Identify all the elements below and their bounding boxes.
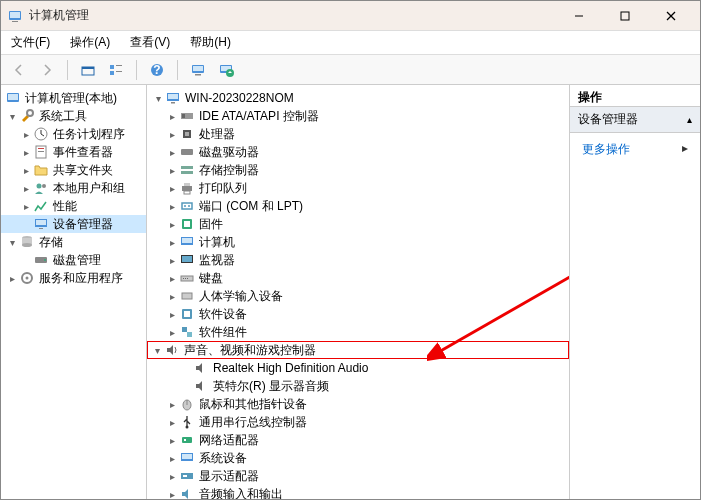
dev-software-devices[interactable]: ▸软件设备 [147, 305, 569, 323]
dev-diskdrive[interactable]: ▸磁盘驱动器 [147, 143, 569, 161]
chevron-right-icon[interactable]: ▸ [165, 181, 179, 195]
dev-cpu[interactable]: ▸处理器 [147, 125, 569, 143]
tree-label: 任务计划程序 [53, 126, 125, 143]
disk-icon [179, 144, 195, 160]
tree-performance[interactable]: ▸性能 [1, 197, 146, 215]
chevron-right-icon[interactable]: ▸ [165, 253, 179, 267]
dev-hid[interactable]: ▸人体学输入设备 [147, 287, 569, 305]
tree-task-scheduler[interactable]: ▸任务计划程序 [1, 125, 146, 143]
dev-audio-io[interactable]: ▸音频输入和输出 [147, 485, 569, 499]
dev-label: 系统设备 [199, 450, 247, 467]
chevron-down-icon[interactable]: ▾ [150, 343, 164, 357]
chevron-right-icon[interactable]: ▸ [165, 289, 179, 303]
dev-keyboard[interactable]: ▸键盘 [147, 269, 569, 287]
dev-root[interactable]: ▾WIN-20230228NOM [147, 89, 569, 107]
chevron-right-icon[interactable]: ▸ [165, 469, 179, 483]
refresh-button[interactable] [214, 58, 238, 82]
tree-shared-folders[interactable]: ▸共享文件夹 [1, 161, 146, 179]
dev-printqueue[interactable]: ▸打印队列 [147, 179, 569, 197]
chevron-right-icon[interactable]: ▸ [165, 163, 179, 177]
chevron-right-icon[interactable]: ▸ [165, 397, 179, 411]
chevron-down-icon[interactable]: ▾ [151, 91, 165, 105]
ide-icon [179, 108, 195, 124]
menu-help[interactable]: 帮助(H) [186, 32, 235, 53]
dev-storagectrl[interactable]: ▸存储控制器 [147, 161, 569, 179]
chevron-right-icon[interactable]: ▸ [19, 181, 33, 195]
dev-display-adapters[interactable]: ▸显示适配器 [147, 467, 569, 485]
audio-io-icon [179, 486, 195, 499]
dev-firmware[interactable]: ▸固件 [147, 215, 569, 233]
chevron-down-icon[interactable]: ▾ [5, 109, 19, 123]
dev-network[interactable]: ▸网络适配器 [147, 431, 569, 449]
chevron-right-icon[interactable]: ▸ [165, 109, 179, 123]
clock-icon [33, 126, 49, 142]
up-button[interactable] [76, 58, 100, 82]
chevron-right-icon[interactable]: ▸ [19, 199, 33, 213]
chevron-right-icon[interactable]: ▸ [165, 325, 179, 339]
chevron-right-icon[interactable]: ▸ [165, 433, 179, 447]
chevron-right-icon[interactable]: ▸ [165, 127, 179, 141]
svg-point-54 [184, 205, 186, 207]
chevron-right-icon[interactable]: ▸ [165, 487, 179, 499]
tree-services-apps[interactable]: ▸ 服务和应用程序 [1, 269, 146, 287]
chevron-down-icon[interactable]: ▾ [5, 235, 19, 249]
chevron-right-icon[interactable]: ▸ [165, 235, 179, 249]
minimize-button[interactable] [556, 2, 602, 30]
view-button[interactable] [104, 58, 128, 82]
tree-label: 共享文件夹 [53, 162, 113, 179]
dev-usb[interactable]: ▸通用串行总线控制器 [147, 413, 569, 431]
tree-system-tools[interactable]: ▾ 系统工具 [1, 107, 146, 125]
forward-button [35, 58, 59, 82]
svg-rect-22 [8, 94, 18, 100]
tree-local-users[interactable]: ▸本地用户和组 [1, 179, 146, 197]
tree-label: 计算机管理(本地) [25, 90, 117, 107]
event-icon [33, 144, 49, 160]
menu-file[interactable]: 文件(F) [7, 32, 54, 53]
chevron-right-icon[interactable]: ▸ [165, 307, 179, 321]
chevron-right-icon[interactable]: ▸ [19, 163, 33, 177]
chevron-right-icon[interactable]: ▸ [165, 415, 179, 429]
collapse-icon[interactable]: ▴ [687, 114, 692, 125]
svg-rect-65 [187, 278, 188, 279]
chevron-right-icon[interactable]: ▸ [5, 271, 19, 285]
left-tree-panel[interactable]: 计算机管理(本地) ▾ 系统工具 ▸任务计划程序 ▸事件查看器 ▸共享文件夹 ▸… [1, 85, 147, 499]
dev-system-devices[interactable]: ▸系统设备 [147, 449, 569, 467]
dev-mouse[interactable]: ▸鼠标和其他指针设备 [147, 395, 569, 413]
svg-rect-26 [38, 148, 44, 149]
chevron-right-icon[interactable]: ▸ [165, 217, 179, 231]
svg-rect-8 [82, 67, 94, 69]
maximize-button[interactable] [602, 2, 648, 30]
dev-ide[interactable]: ▸IDE ATA/ATAPI 控制器 [147, 107, 569, 125]
computer-icon-button[interactable] [186, 58, 210, 82]
svg-rect-64 [185, 278, 186, 279]
dev-computer[interactable]: ▸计算机 [147, 233, 569, 251]
chevron-right-icon[interactable]: ▸ [19, 127, 33, 141]
dev-monitor[interactable]: ▸监视器 [147, 251, 569, 269]
chevron-right-icon[interactable]: ▸ [165, 451, 179, 465]
chevron-right-icon[interactable]: ▸ [165, 145, 179, 159]
help-button[interactable]: ? [145, 58, 169, 82]
dev-sound-video-game[interactable]: ▾声音、视频和游戏控制器 [147, 341, 569, 359]
chevron-right-icon[interactable]: ▸ [165, 271, 179, 285]
tree-event-viewer[interactable]: ▸事件查看器 [1, 143, 146, 161]
actions-subheader[interactable]: 设备管理器 ▴ [570, 107, 700, 133]
chevron-right-icon[interactable]: ▸ [165, 199, 179, 213]
tree-storage[interactable]: ▾ 存储 [1, 233, 146, 251]
tree-disk-mgmt[interactable]: 磁盘管理 [1, 251, 146, 269]
svg-rect-53 [182, 203, 192, 209]
dev-intel-display-audio[interactable]: 英特尔(R) 显示器音频 [147, 377, 569, 395]
tree-root-local[interactable]: 计算机管理(本地) [1, 89, 146, 107]
toolbar: ? [1, 55, 700, 85]
chevron-right-icon[interactable]: ▸ [19, 145, 33, 159]
menu-view[interactable]: 查看(V) [126, 32, 174, 53]
dev-ports[interactable]: ▸端口 (COM 和 LPT) [147, 197, 569, 215]
close-button[interactable] [648, 2, 694, 30]
svg-rect-59 [182, 238, 192, 243]
dev-realtek-audio[interactable]: Realtek High Definition Audio [147, 359, 569, 377]
menu-action[interactable]: 操作(A) [66, 32, 114, 53]
tree-device-manager[interactable]: 设备管理器 [1, 215, 146, 233]
svg-rect-51 [184, 183, 190, 186]
device-tree-panel[interactable]: ▾WIN-20230228NOM ▸IDE ATA/ATAPI 控制器 ▸处理器… [147, 85, 570, 499]
dev-software-components[interactable]: ▸软件组件 [147, 323, 569, 341]
actions-more[interactable]: 更多操作 ▸ [582, 139, 688, 160]
